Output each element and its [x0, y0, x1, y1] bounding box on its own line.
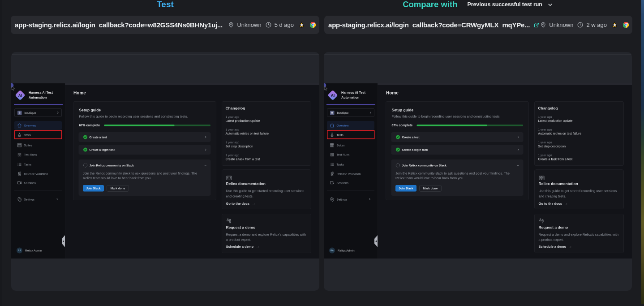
svg-text:AI: AI	[18, 93, 22, 98]
svg-text:AI: AI	[331, 93, 335, 98]
